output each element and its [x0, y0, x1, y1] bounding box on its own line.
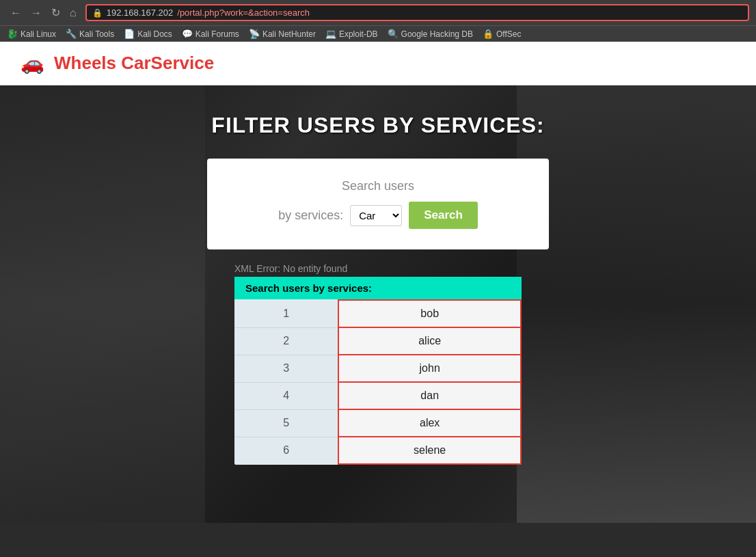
bookmark-offsec[interactable]: 🔒 OffSec [483, 29, 521, 39]
browser-chrome: ← → ↻ ⌂ 🔒 192.168.167.202/portal.php?wor… [0, 0, 756, 42]
address-bar-container[interactable]: 🔒 192.168.167.202/portal.php?work=&actio… [85, 4, 749, 21]
filter-heading: FILTER USERS BY SERVICES: [211, 113, 544, 138]
results-header: Search users by services: [234, 277, 522, 299]
back-button[interactable]: ← [7, 5, 25, 21]
table-row: 5 alex [234, 409, 521, 437]
bookmark-kali-docs[interactable]: 📄 Kali Docs [124, 29, 172, 39]
kali-tools-icon: 🔧 [66, 29, 77, 39]
row-id: 4 [234, 382, 338, 409]
row-name: selene [338, 437, 521, 464]
table-row: 3 john [234, 355, 521, 382]
bookmark-google-hacking[interactable]: 🔍 Google Hacking DB [388, 29, 473, 39]
xml-error-message: XML Error: No entity found [234, 263, 347, 274]
bookmark-kali-linux[interactable]: 🐉 Kali Linux [7, 29, 56, 39]
bookmark-label: Kali Tools [79, 29, 114, 39]
bookmark-kali-forums[interactable]: 💬 Kali Forums [182, 29, 239, 39]
table-row: 2 alice [234, 327, 521, 355]
row-id: 6 [234, 437, 338, 464]
site-header: 🚗 Wheels CarService [0, 42, 756, 85]
row-name: dan [338, 382, 521, 409]
offsec-icon: 🔒 [483, 29, 494, 39]
row-id: 1 [234, 300, 338, 327]
bookmark-label: Kali Linux [21, 29, 56, 39]
car-logo-icon: 🚗 [21, 52, 44, 74]
bookmark-label: Kali Forums [195, 29, 239, 39]
content-overlay: FILTER USERS BY SERVICES: Search users b… [0, 85, 756, 485]
row-name: john [338, 355, 521, 382]
nethunter-icon: 📡 [249, 29, 260, 39]
bookmark-label: Kali NetHunter [262, 29, 316, 39]
row-name: alex [338, 409, 521, 437]
home-button[interactable]: ⌂ [66, 5, 80, 21]
kali-docs-icon: 📄 [124, 29, 135, 39]
search-label-line1: Search users [342, 179, 414, 193]
site-title: Wheels CarService [54, 53, 214, 74]
bookmark-kali-tools[interactable]: 🔧 Kali Tools [66, 29, 114, 39]
row-id: 3 [234, 355, 338, 382]
exploit-db-icon: 💻 [325, 29, 336, 39]
search-row-label: by services: [278, 208, 343, 223]
reload-button[interactable]: ↻ [48, 5, 64, 21]
table-row: 1 bob [234, 300, 521, 327]
search-row: by services: Car Wash Oil Tire Search [278, 202, 478, 229]
bookmark-label: Kali Docs [137, 29, 172, 39]
browser-toolbar: ← → ↻ ⌂ 🔒 192.168.167.202/portal.php?wor… [0, 0, 756, 25]
address-normal: 192.168.167.202 [107, 8, 174, 18]
row-name: bob [338, 300, 521, 327]
results-container: Search users by services: 1 bob 2 alice … [234, 277, 522, 465]
results-table: 1 bob 2 alice 3 john 4 dan 5 alex 6 sele… [234, 299, 522, 465]
search-button[interactable]: Search [409, 202, 478, 229]
bookmark-nethunter[interactable]: 📡 Kali NetHunter [249, 29, 316, 39]
main-content: FILTER USERS BY SERVICES: Search users b… [0, 85, 756, 523]
row-id: 5 [234, 409, 338, 437]
row-name: alice [338, 327, 521, 355]
lock-icon: 🔒 [92, 8, 103, 18]
table-row: 6 selene [234, 437, 521, 464]
table-row: 4 dan [234, 382, 521, 409]
kali-forums-icon: 💬 [182, 29, 193, 39]
bookmark-exploit-db[interactable]: 💻 Exploit-DB [325, 29, 378, 39]
kali-linux-icon: 🐉 [7, 29, 18, 39]
row-id: 2 [234, 327, 338, 355]
address-highlighted: /portal.php?work=&action=search [177, 8, 310, 18]
search-card: Search users by services: Car Wash Oil T… [207, 159, 549, 249]
bookmark-label: Exploit-DB [339, 29, 378, 39]
bookmark-label: Google Hacking DB [401, 29, 473, 39]
nav-buttons: ← → ↻ ⌂ [7, 5, 80, 21]
bookmarks-bar: 🐉 Kali Linux 🔧 Kali Tools 📄 Kali Docs 💬 … [0, 25, 756, 42]
google-hacking-icon: 🔍 [388, 29, 399, 39]
bookmark-label: OffSec [496, 29, 521, 39]
forward-button[interactable]: → [27, 5, 45, 21]
service-select[interactable]: Car Wash Oil Tire [350, 205, 402, 226]
